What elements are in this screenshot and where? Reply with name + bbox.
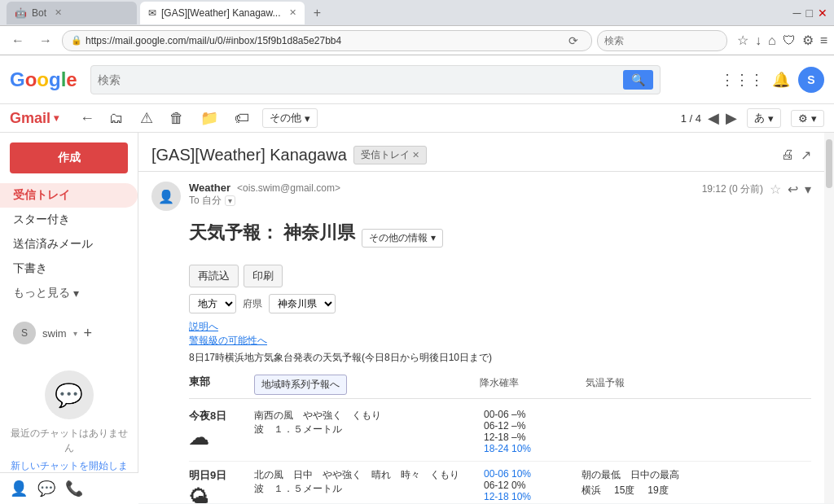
browser-toolbar-icons: ☆ ↓ ⌂ 🛡 ⚙ ≡ (737, 33, 827, 48)
scrollbar-thumb[interactable] (826, 139, 832, 188)
to-info: To 自分 ▾ (189, 194, 694, 208)
apps-icon[interactable]: ⋮⋮⋮ (720, 71, 764, 89)
browser-search-input[interactable] (604, 35, 720, 46)
explain-link[interactable]: 説明へ (189, 321, 218, 332)
sidebar-item-more[interactable]: もっと見る ▾ (0, 281, 138, 305)
gmail-header-right: ⋮⋮⋮ 🔔 S (720, 67, 824, 93)
morning-max-row: 横浜 15度 19度 (582, 484, 811, 497)
thread-action-icons: 🖨 ↗ (781, 147, 811, 163)
chat-dropdown-icon[interactable]: ▾ (73, 329, 77, 338)
compose-button[interactable]: 作成 (10, 142, 128, 173)
gmail-search-button[interactable]: 🔍 (623, 70, 653, 90)
star-action[interactable]: ☆ (770, 182, 781, 197)
chat-avatar: S (13, 322, 36, 344)
puzzle-icon[interactable]: ⚙ (802, 33, 814, 48)
to-dropdown[interactable]: ▾ (225, 195, 235, 206)
sender-info: Weather <ois.swim@gmail.com> To 自分 ▾ (189, 182, 694, 208)
person-icon[interactable]: 👤 (10, 480, 28, 497)
tab-bot-icon: 🤖 (15, 7, 27, 19)
new-tab-button[interactable]: + (308, 3, 327, 23)
browser-search-box[interactable] (597, 30, 727, 51)
back-button[interactable]: ← (7, 32, 29, 50)
refresh-button[interactable]: ⟳ (564, 33, 583, 49)
email-time: 19:12 (0 分前) (702, 182, 763, 196)
gmail-label: Gmail ▾ (10, 110, 72, 127)
folder-icon[interactable]: 📁 (194, 107, 225, 129)
prev-email-button[interactable]: ◀ (708, 109, 719, 127)
print-button[interactable]: 印刷 (244, 265, 283, 287)
area-header: 東部 (189, 375, 254, 395)
download-icon[interactable]: ↓ (755, 33, 762, 48)
warning-link[interactable]: 警報級の可能性へ (189, 335, 267, 346)
email-thread-header: [GAS][Weather] Kanagawa 受信トレイ ✕ 🖨 ↗ (138, 133, 824, 172)
tab-bot-close[interactable]: ✕ (55, 7, 62, 18)
back-to-list-button[interactable]: ← (75, 108, 99, 129)
scrollbar[interactable] (824, 133, 834, 503)
tab-gmail-icon: ✉ (148, 7, 156, 19)
sender-name: Weather (189, 182, 230, 194)
tab-gmail-close[interactable]: ✕ (289, 7, 296, 18)
sidebar-item-sent[interactable]: 送信済みメール (0, 232, 138, 256)
inbox-badge: 受信トレイ ✕ (353, 146, 427, 164)
weather-row-0: 今夜8日 ☁ 南西の風 やや強く くもり 波 １．５メートル 00-06 –% … (189, 402, 811, 462)
settings-dropdown[interactable]: ⚙ ▾ (791, 110, 824, 127)
menu-icon[interactable]: ≡ (820, 33, 827, 48)
rain-header-cell: 降水確率 (480, 375, 586, 395)
gmail-search-box[interactable]: 🔍 (90, 65, 661, 94)
report-icon[interactable]: ⚠ (134, 107, 160, 129)
expand-icon[interactable]: ↗ (801, 147, 811, 163)
close-button[interactable]: ✕ (818, 7, 827, 20)
gmail-search-input[interactable] (98, 73, 618, 86)
chat-placeholder-icon: 💬 (45, 370, 94, 419)
weather-rain-1: 00-06 10% 06-12 0% 12-18 10% 18-24 10% (484, 468, 582, 503)
tab-bot-label: Bot (32, 7, 46, 19)
address-box[interactable]: 🔒 https://mail.google.com/mail/u/0/#inbo… (62, 30, 592, 51)
print-icon[interactable]: 🖨 (781, 147, 794, 163)
gmail-label-dropdown[interactable]: ▾ (54, 112, 59, 124)
chat-add-button[interactable]: + (84, 325, 93, 342)
main-layout: 作成 受信トレイ スター付き 送信済みメール 下書き もっと見る ▾ S swi… (0, 133, 834, 503)
tag-icon[interactable]: 🏷 (228, 108, 256, 129)
more-actions[interactable]: ▾ (805, 182, 811, 197)
user-avatar[interactable]: S (798, 67, 824, 93)
tab-bot[interactable]: 🤖 Bot ✕ (7, 2, 137, 24)
forecast-button[interactable]: 地域時系列予報へ (254, 375, 347, 395)
home-icon[interactable]: ⌂ (768, 33, 776, 48)
weather-row-1: 明日9日 🌤 北の風 日中 やや強く 晴れ 時々 くもり 波 １．５メートル 0… (189, 462, 811, 503)
chat-section: S swim ▾ + (0, 312, 138, 354)
email-meta: Weather <ois.swim@gmail.com> (189, 182, 694, 194)
other-actions-dropdown[interactable]: その他 ▾ (262, 108, 318, 128)
delete-icon[interactable]: 🗑 (163, 108, 191, 129)
forward-button[interactable]: → (34, 32, 57, 50)
archive-icon[interactable]: 🗂 (103, 108, 130, 129)
weather-desc-0: 南西の風 やや強く くもり 波 １．５メートル (254, 409, 484, 436)
sidebar-item-drafts[interactable]: 下書き (0, 256, 138, 281)
sent-label: 送信済みメール (13, 237, 93, 252)
bell-icon[interactable]: 🔔 (772, 71, 790, 89)
sidebar-footer: 👤 💬 📞 (0, 472, 138, 503)
sender-email: <ois.swim@gmail.com> (237, 182, 340, 194)
gear-icon: ⚙ (798, 112, 808, 125)
drafts-label: 下書き (13, 261, 47, 276)
other-info-dropdown[interactable]: その他の情報 ▾ (362, 229, 443, 248)
forecast-info: 8日17時横浜地方気象台発表の天気予報(今日8日から明後日10日まで) (189, 351, 811, 365)
star-icon[interactable]: ☆ (737, 33, 748, 48)
links-row: 説明へ 警報級の可能性へ (189, 320, 811, 348)
phone-icon[interactable]: 📞 (65, 480, 83, 497)
prefecture-select[interactable]: 神奈川県 (269, 294, 336, 313)
label-remove[interactable]: ✕ (412, 150, 419, 160)
shield-icon[interactable]: 🛡 (783, 33, 796, 48)
font-size-dropdown[interactable]: あ ▾ (747, 108, 781, 128)
tab-gmail[interactable]: ✉ [GAS][Weather] Kanagaw... ✕ (140, 2, 305, 24)
maximize-button[interactable]: □ (806, 7, 813, 20)
reply-button[interactable]: ↩ (788, 182, 798, 197)
reload-button[interactable]: 再読込 (189, 265, 239, 287)
sidebar-item-inbox[interactable]: 受信トレイ (0, 183, 138, 208)
next-email-button[interactable]: ▶ (726, 109, 737, 127)
sidebar-item-starred[interactable]: スター付き (0, 208, 138, 232)
body-title: 天気予報： 神奈川県 (189, 221, 355, 245)
chat-icon[interactable]: 💬 (37, 480, 55, 497)
google-logo: Google (10, 68, 77, 91)
region-select[interactable]: 地方 (189, 294, 236, 313)
minimize-button[interactable]: ─ (793, 7, 801, 20)
